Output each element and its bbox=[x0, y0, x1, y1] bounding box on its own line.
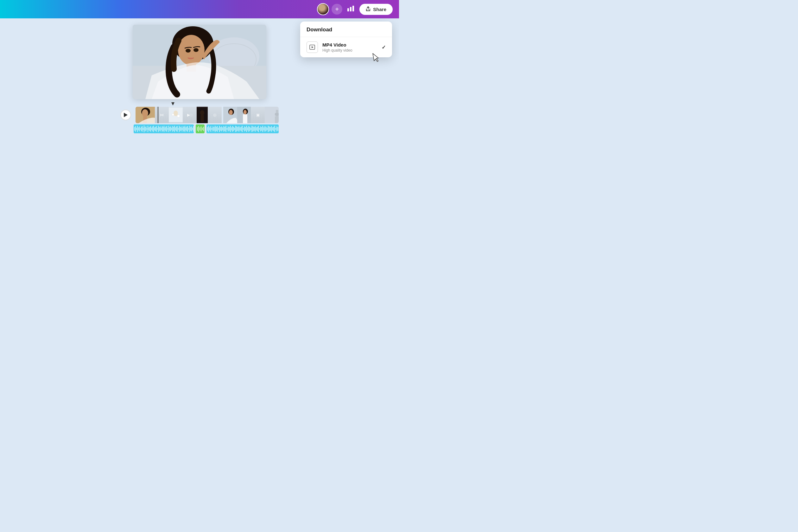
video-preview bbox=[133, 25, 266, 99]
audio-tracks bbox=[134, 125, 279, 133]
thumbnails-strip: ⋈ ▶□ bbox=[135, 107, 279, 123]
avatar[interactable] bbox=[317, 3, 329, 15]
format-description: High quality video bbox=[322, 48, 377, 53]
svg-rect-113 bbox=[215, 126, 215, 132]
svg-rect-147 bbox=[252, 126, 252, 132]
svg-rect-52 bbox=[150, 126, 151, 132]
audio-track-green bbox=[196, 125, 205, 133]
svg-rect-114 bbox=[216, 127, 216, 131]
svg-rect-83 bbox=[180, 127, 180, 131]
header-bar: + Share bbox=[0, 0, 399, 18]
svg-rect-79 bbox=[176, 126, 177, 131]
svg-rect-42 bbox=[141, 127, 141, 131]
svg-rect-2 bbox=[353, 6, 354, 12]
svg-rect-119 bbox=[221, 126, 222, 131]
svg-rect-159 bbox=[265, 126, 265, 132]
svg-rect-163 bbox=[269, 126, 269, 131]
svg-rect-115 bbox=[217, 126, 217, 132]
cut-line bbox=[158, 107, 158, 123]
svg-rect-91 bbox=[188, 126, 188, 132]
svg-rect-153 bbox=[258, 126, 259, 132]
svg-rect-166 bbox=[272, 127, 273, 131]
waveform-main bbox=[134, 125, 194, 133]
svg-rect-71 bbox=[169, 126, 169, 132]
svg-rect-35 bbox=[134, 127, 135, 131]
thumb-seg-1 bbox=[135, 107, 155, 123]
transition-3-icon: ◎ bbox=[213, 113, 216, 117]
svg-rect-124 bbox=[227, 128, 227, 130]
svg-rect-128 bbox=[231, 127, 232, 131]
svg-rect-47 bbox=[146, 126, 146, 131]
svg-rect-121 bbox=[224, 126, 224, 132]
thumb-seg-2 bbox=[169, 107, 183, 123]
timeline-container: ⋈ ▶□ bbox=[120, 107, 279, 123]
svg-rect-161 bbox=[267, 128, 267, 130]
stats-button[interactable] bbox=[345, 3, 357, 15]
svg-rect-38 bbox=[137, 126, 138, 132]
svg-rect-135 bbox=[239, 126, 239, 132]
svg-rect-51 bbox=[150, 127, 150, 131]
svg-rect-60 bbox=[158, 126, 159, 132]
svg-rect-110 bbox=[211, 128, 212, 130]
svg-rect-143 bbox=[247, 127, 248, 131]
svg-rect-164 bbox=[270, 127, 271, 131]
svg-rect-39 bbox=[138, 127, 139, 131]
scrubber-handle[interactable] bbox=[171, 102, 174, 106]
svg-rect-130 bbox=[233, 127, 234, 131]
svg-rect-136 bbox=[240, 127, 240, 131]
svg-rect-85 bbox=[182, 128, 183, 130]
svg-rect-88 bbox=[185, 126, 185, 132]
share-icon bbox=[366, 6, 370, 12]
svg-rect-94 bbox=[190, 127, 191, 131]
svg-rect-43 bbox=[142, 126, 142, 132]
svg-rect-99 bbox=[197, 127, 197, 131]
svg-rect-66 bbox=[164, 126, 164, 132]
svg-rect-170 bbox=[277, 126, 277, 131]
thumb-seg-4 bbox=[223, 107, 237, 123]
svg-rect-22 bbox=[201, 115, 204, 122]
svg-rect-139 bbox=[243, 128, 244, 130]
svg-rect-74 bbox=[171, 128, 172, 130]
svg-rect-64 bbox=[162, 126, 163, 132]
svg-rect-89 bbox=[186, 127, 186, 131]
svg-rect-59 bbox=[157, 128, 158, 130]
video-frame bbox=[133, 25, 266, 99]
stats-icon bbox=[347, 6, 354, 13]
svg-rect-169 bbox=[276, 128, 276, 130]
svg-rect-123 bbox=[226, 126, 226, 132]
svg-rect-151 bbox=[256, 127, 256, 131]
svg-rect-55 bbox=[153, 126, 154, 132]
svg-rect-80 bbox=[177, 126, 178, 132]
add-button[interactable]: + bbox=[331, 4, 342, 15]
svg-rect-126 bbox=[229, 127, 230, 131]
svg-rect-57 bbox=[155, 127, 156, 131]
svg-rect-102 bbox=[201, 126, 202, 131]
svg-rect-62 bbox=[160, 126, 160, 131]
svg-rect-156 bbox=[261, 127, 262, 131]
svg-rect-95 bbox=[191, 126, 192, 131]
share-button[interactable]: Share bbox=[359, 4, 393, 15]
play-button[interactable] bbox=[120, 110, 131, 120]
svg-rect-46 bbox=[145, 127, 145, 131]
svg-rect-103 bbox=[202, 128, 203, 130]
svg-point-28 bbox=[244, 110, 247, 114]
svg-rect-45 bbox=[144, 126, 145, 132]
svg-point-19 bbox=[177, 115, 180, 117]
svg-rect-150 bbox=[255, 126, 255, 132]
svg-rect-117 bbox=[219, 126, 220, 132]
svg-rect-53 bbox=[151, 128, 152, 130]
transition-4-icon: ▣ bbox=[256, 113, 260, 117]
svg-rect-97 bbox=[193, 126, 194, 132]
svg-rect-142 bbox=[246, 126, 247, 132]
svg-rect-36 bbox=[135, 126, 136, 132]
svg-rect-84 bbox=[181, 126, 182, 131]
svg-rect-152 bbox=[257, 127, 258, 131]
share-label: Share bbox=[373, 7, 386, 12]
svg-rect-137 bbox=[241, 127, 241, 131]
svg-rect-75 bbox=[172, 126, 173, 132]
svg-rect-41 bbox=[140, 128, 140, 130]
svg-rect-86 bbox=[183, 126, 183, 132]
avatar-image bbox=[318, 4, 328, 15]
svg-rect-33 bbox=[275, 116, 279, 123]
selected-check-icon: ✓ bbox=[382, 44, 386, 50]
